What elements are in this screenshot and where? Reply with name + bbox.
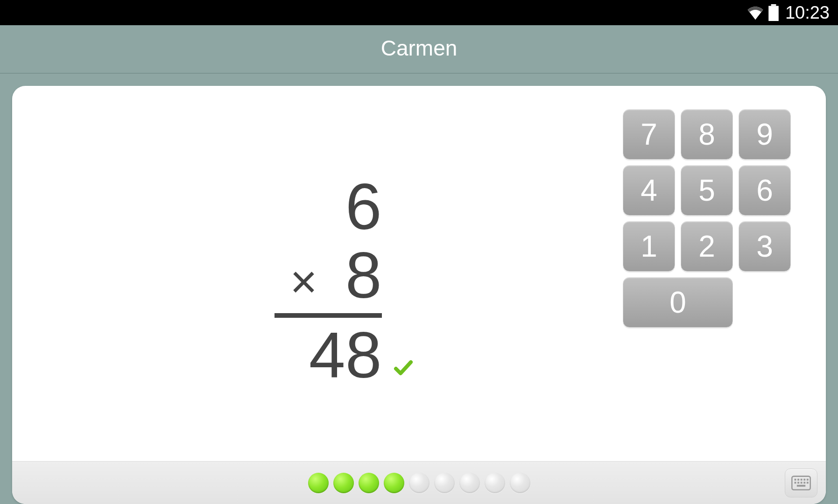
operand-1: 6 <box>345 172 382 241</box>
operand-2: 8 <box>345 241 382 309</box>
keypad-area: 7 8 9 4 5 6 1 2 3 0 <box>616 105 798 456</box>
svg-rect-1 <box>771 4 776 6</box>
progress-dot <box>459 473 480 493</box>
operator: × <box>290 257 317 306</box>
numeric-keypad: 7 8 9 4 5 6 1 2 3 0 <box>623 109 791 328</box>
svg-rect-5 <box>801 478 803 480</box>
problem-area: 6 × 8 48 <box>40 105 616 456</box>
multiplication-problem: 6 × 8 48 <box>275 172 382 389</box>
key-8[interactable]: 8 <box>681 109 733 160</box>
page-title: Carmen <box>381 36 458 60</box>
svg-rect-13 <box>797 484 805 486</box>
svg-rect-3 <box>795 478 796 480</box>
problem-card: 6 × 8 48 7 <box>12 86 826 504</box>
svg-rect-7 <box>807 478 809 480</box>
keyboard-toggle-button[interactable] <box>785 469 817 497</box>
status-bar: 10:23 <box>0 0 838 25</box>
key-6[interactable]: 6 <box>739 165 791 216</box>
key-9[interactable]: 9 <box>739 109 791 160</box>
key-7[interactable]: 7 <box>623 109 675 160</box>
keyboard-icon <box>791 476 811 490</box>
svg-rect-6 <box>803 478 805 480</box>
progress-dots <box>308 473 530 493</box>
card-footer <box>12 461 826 504</box>
svg-rect-4 <box>797 478 799 480</box>
checkmark-icon <box>392 357 415 379</box>
svg-rect-0 <box>768 6 779 21</box>
key-1[interactable]: 1 <box>623 221 675 272</box>
svg-rect-10 <box>801 482 803 483</box>
progress-dot <box>485 473 505 493</box>
key-0[interactable]: 0 <box>623 277 733 328</box>
svg-rect-9 <box>797 482 799 483</box>
progress-dot <box>384 473 404 493</box>
key-5[interactable]: 5 <box>681 165 733 216</box>
card-body: 6 × 8 48 7 <box>12 86 826 461</box>
progress-dot <box>359 473 379 493</box>
battery-icon <box>768 4 779 21</box>
progress-dot <box>409 473 430 493</box>
key-4[interactable]: 4 <box>623 165 675 216</box>
app-header: Carmen <box>0 25 838 74</box>
progress-dot <box>308 473 329 493</box>
progress-dot <box>510 473 530 493</box>
svg-rect-11 <box>803 482 805 483</box>
status-icons <box>747 4 779 21</box>
svg-rect-8 <box>795 482 796 483</box>
progress-dot <box>434 473 455 493</box>
status-time: 10:23 <box>785 3 830 23</box>
wifi-icon <box>747 6 764 20</box>
key-3[interactable]: 3 <box>739 221 791 272</box>
svg-rect-12 <box>807 482 809 483</box>
key-2[interactable]: 2 <box>681 221 733 272</box>
stage: 6 × 8 48 7 <box>0 74 838 504</box>
answer-value: 48 <box>309 321 382 389</box>
equals-line <box>275 313 382 318</box>
progress-dot <box>333 473 354 493</box>
